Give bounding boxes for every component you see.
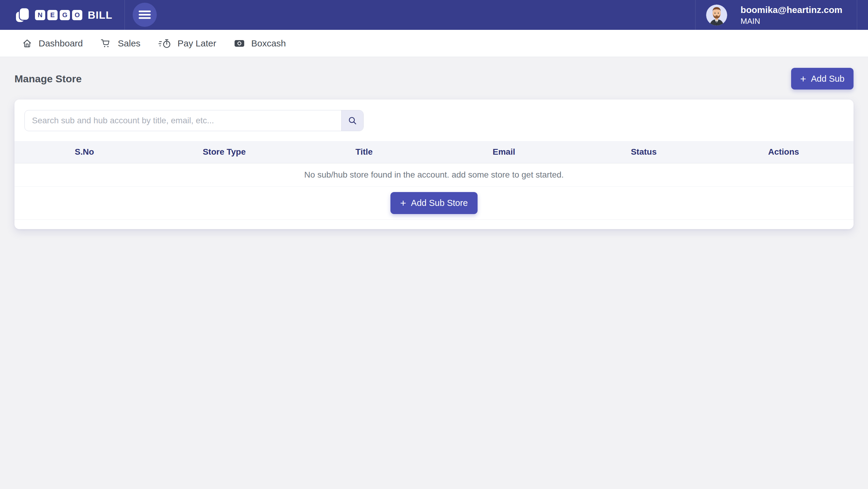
table-header-row: S.No Store Type Title Email Status Actio… — [14, 141, 854, 163]
empty-state-action-row: + Add Sub Store — [14, 186, 854, 219]
cash-icon — [234, 39, 245, 48]
nav-item-dashboard[interactable]: Dashboard — [22, 38, 83, 49]
column-header-sno: S.No — [14, 141, 154, 163]
plus-icon: + — [800, 73, 806, 84]
brand-logo-icon — [15, 7, 31, 23]
empty-state-row: No sub/hub store found in the account. a… — [14, 163, 854, 186]
user-account-menu[interactable]: boomika@heartinz.com MAIN — [695, 0, 857, 30]
search-input[interactable] — [25, 110, 341, 131]
column-header-store-type: Store Type — [154, 141, 294, 163]
nav-item-pay-later[interactable]: Pay Later — [158, 38, 216, 49]
brand-logo: N E G O BILL — [0, 0, 125, 30]
hamburger-icon — [139, 10, 151, 19]
column-header-actions: Actions — [714, 141, 854, 163]
brand-letter-o: O — [72, 10, 82, 20]
hamburger-menu-button[interactable] — [133, 3, 157, 27]
nav-item-sales[interactable]: Sales — [100, 38, 141, 49]
main-content: Manage Store + Add Sub S.No St — [0, 57, 868, 229]
search-area — [14, 110, 854, 131]
plus-icon: + — [400, 198, 406, 208]
stores-table: S.No Store Type Title Email Status Actio… — [14, 141, 854, 229]
user-account-type: MAIN — [741, 17, 842, 26]
nav-item-boxcash[interactable]: Boxcash — [234, 38, 286, 49]
cart-icon — [100, 38, 112, 49]
page-title: Manage Store — [14, 73, 82, 85]
add-sub-button[interactable]: + Add Sub — [791, 68, 854, 90]
brand-letter-e: E — [47, 10, 58, 20]
avatar — [706, 4, 727, 26]
search-icon — [348, 116, 357, 125]
brand-letter-g: G — [60, 10, 70, 20]
add-sub-store-button[interactable]: + Add Sub Store — [391, 192, 477, 214]
store-list-card: S.No Store Type Title Email Status Actio… — [14, 99, 854, 229]
search-button[interactable] — [341, 110, 363, 131]
nav-label: Dashboard — [39, 38, 83, 49]
search-group — [24, 110, 364, 131]
column-header-email: Email — [434, 141, 574, 163]
app-header: N E G O BILL — [0, 0, 868, 30]
nav-label: Sales — [118, 38, 141, 49]
nav-label: Pay Later — [178, 38, 216, 49]
nav-label: Boxcash — [251, 38, 286, 49]
table-footer-row — [14, 219, 854, 229]
column-header-title: Title — [294, 141, 434, 163]
brand-letter-boxes: N E G O — [35, 10, 82, 20]
brand-suffix: BILL — [88, 9, 113, 21]
column-header-status: Status — [574, 141, 714, 163]
add-sub-button-label: Add Sub — [811, 74, 844, 84]
empty-state-message: No sub/hub store found in the account. a… — [14, 163, 854, 186]
page-header-row: Manage Store + Add Sub — [14, 68, 854, 90]
stopwatch-icon — [158, 38, 172, 49]
home-icon — [22, 38, 33, 49]
main-nav: Dashboard Sales Pay Later Boxcash — [0, 30, 868, 57]
brand-letter-n: N — [35, 10, 45, 20]
header-spacer — [157, 0, 695, 30]
add-sub-store-button-label: Add Sub Store — [411, 198, 468, 208]
user-info: boomika@heartinz.com MAIN — [741, 4, 842, 26]
user-email: boomika@heartinz.com — [741, 4, 842, 16]
